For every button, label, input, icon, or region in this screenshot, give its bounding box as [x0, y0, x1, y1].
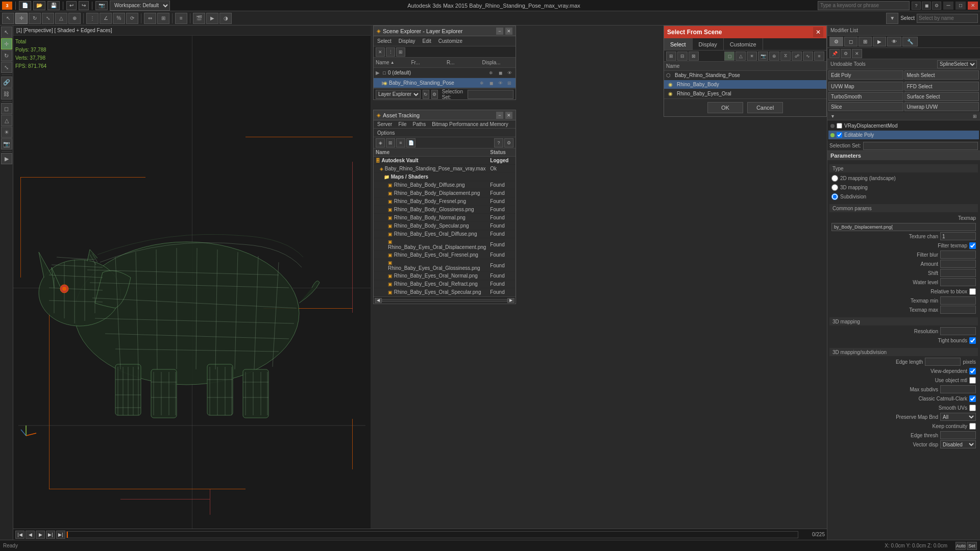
edge-thresh-input[interactable]: 0,05: [941, 433, 980, 438]
asset-row-8[interactable]: ▣ Rhino_Baby_Body_Specular.png Found: [374, 222, 516, 230]
select-input[interactable]: [917, 14, 978, 23]
menu-display[interactable]: Display: [397, 38, 417, 44]
unlink-btn[interactable]: ⛓: [1, 88, 12, 99]
mod-pin-btn[interactable]: 📌: [829, 49, 840, 58]
stack-item-editable-poly[interactable]: Editable Poly: [828, 131, 979, 140]
stack-item-vray[interactable]: VRayDisplacementMod: [828, 121, 979, 131]
type-2d-radio[interactable]: [831, 175, 838, 182]
filter-blur-spinbox[interactable]: 0,001 ▲ ▼: [940, 251, 976, 259]
select-lt-btn[interactable]: ↖: [1, 27, 12, 38]
sfs-bone-filter-btn[interactable]: ☍: [792, 52, 802, 61]
select-filter-btn[interactable]: ▼: [886, 13, 898, 24]
at-btn3[interactable]: ≡: [396, 138, 405, 147]
refresh-btn[interactable]: ↻: [423, 90, 429, 99]
at-btn2[interactable]: ⊞: [386, 138, 395, 147]
camera-ref-btn[interactable]: 📷: [95, 1, 108, 10]
se-expand-btn[interactable]: ⊞: [396, 47, 405, 57]
render-setup-btn[interactable]: 🎬: [193, 13, 205, 24]
filter-blur-input[interactable]: 0,001: [941, 252, 980, 258]
sfs-tab-select[interactable]: Select: [664, 38, 693, 50]
asset-row-6[interactable]: ▣ Rhino_Baby_Body_Glossiness.png Found: [374, 206, 516, 214]
layer-mgr-btn[interactable]: ≡: [175, 13, 187, 24]
sfs-space-filter-btn[interactable]: ⧖: [780, 52, 791, 61]
mod-config-btn[interactable]: ⚙: [841, 49, 851, 58]
sfs-light-filter-btn[interactable]: ☀: [747, 52, 757, 61]
texmap-min-input[interactable]: -30,0: [941, 298, 980, 304]
amount-spinbox[interactable]: 30,0cm ▲ ▼: [940, 260, 976, 268]
classic-cc-checkbox[interactable]: [969, 395, 976, 402]
unwrap-uvw-btn[interactable]: Unwrap UVW: [904, 102, 979, 111]
ref-coord-btn[interactable]: ⊕: [68, 13, 81, 24]
cmd-tab-motion[interactable]: ▶: [873, 37, 886, 46]
asset-row-3[interactable]: ▣ Rhino_Baby_Body_Diffuse.png Found: [374, 181, 516, 189]
move-lt-btn[interactable]: ✛: [1, 38, 12, 49]
hscroll-left[interactable]: ◀: [375, 298, 382, 303]
sfs-cancel-btn[interactable]: Cancel: [747, 102, 783, 113]
render-btn[interactable]: ▶: [206, 13, 218, 24]
texmap-max-input[interactable]: 30,0: [941, 307, 980, 313]
create-geo-btn[interactable]: ◻: [1, 103, 12, 114]
se-filter-btn[interactable]: ⋮: [386, 47, 395, 57]
timeline-track[interactable]: [66, 531, 798, 538]
asset-row-4[interactable]: ▣ Rhino_Baby_Body_Displacement.png Found: [374, 189, 516, 197]
max-subdivs-spinbox[interactable]: 5 ▲ ▼: [940, 385, 976, 393]
texture-chan-input[interactable]: 1: [941, 234, 980, 239]
sfs-geo-filter-btn[interactable]: ◻: [724, 52, 734, 61]
expand-icon-0[interactable]: ▶: [376, 70, 381, 76]
tight-bounds-checkbox[interactable]: [969, 337, 976, 344]
open-btn[interactable]: 📂: [33, 1, 45, 10]
asset-close-btn[interactable]: ✕: [505, 112, 512, 119]
sfs-ok-btn[interactable]: OK: [707, 102, 743, 113]
se-row-1[interactable]: ▶ ◉ Baby_Rhino_Standing_Pose ❄ ◼ 👁 ⊞: [374, 78, 516, 88]
menu-edit[interactable]: Edit: [421, 38, 433, 44]
ffd-select-btn[interactable]: FFD Select: [904, 82, 979, 91]
asset-row-11[interactable]: ▣ Rhino_Baby_Eyes_Oral_Fresnel.png Found: [374, 251, 516, 259]
params-title[interactable]: Parameters: [827, 151, 980, 160]
sfs-close-btn[interactable]: ✕: [813, 27, 823, 37]
se-row-0[interactable]: ▶ □ 0 (default) ❄ ◼ 👁: [374, 68, 516, 78]
poly-visible-checkbox[interactable]: [837, 132, 842, 138]
create-camera-btn[interactable]: 📷: [1, 138, 12, 149]
create-light-btn[interactable]: ☀: [1, 127, 12, 138]
asset-row-maps-folder[interactable]: 📁 Maps / Shaders: [374, 173, 516, 181]
snap-btn[interactable]: ⋮: [86, 13, 99, 24]
undo-btn[interactable]: ↩: [66, 1, 77, 10]
asset-pin-btn[interactable]: −: [496, 112, 503, 119]
vector-disp-select[interactable]: Disabled: [940, 440, 976, 448]
asset-row-12[interactable]: ▣ Rhino_Baby_Eyes_Oral_Glossiness.png Fo…: [374, 259, 516, 272]
asset-hscroll[interactable]: ◀ ▶: [374, 296, 516, 304]
at-btn1[interactable]: ◈: [376, 138, 385, 147]
cmd-tab-modify[interactable]: ⚙: [829, 37, 843, 46]
timeline-goto-end[interactable]: ▶|: [56, 531, 65, 539]
angle-snap-btn[interactable]: ∠: [100, 13, 112, 24]
hscroll-track[interactable]: [382, 299, 507, 302]
sfs-tab-display[interactable]: Display: [693, 38, 724, 50]
status-auto-key[interactable]: Auto: [955, 542, 966, 550]
timeline-goto-start[interactable]: |◀: [15, 531, 24, 539]
max-subdivs-input[interactable]: 5: [941, 387, 980, 392]
sfs-shape-filter-btn[interactable]: △: [736, 52, 746, 61]
sfs-invert-btn[interactable]: ⊠: [689, 52, 699, 61]
uvw-map-btn[interactable]: UVW Map: [828, 82, 903, 91]
link-btn[interactable]: 🔗: [1, 77, 12, 88]
at-settings-btn[interactable]: ⚙: [504, 138, 513, 147]
render-btn-1[interactable]: ◼: [487, 79, 495, 87]
sfs-helper-filter-btn[interactable]: ⊕: [769, 52, 779, 61]
play-anim-btn[interactable]: ▶: [1, 153, 12, 164]
sfs-camera-filter-btn[interactable]: 📷: [758, 52, 768, 61]
preserve-map-bnd-select[interactable]: All: [940, 413, 976, 421]
close-btn[interactable]: ✕: [968, 2, 978, 10]
sfs-tree-row-1[interactable]: ◉ Rhino_Baby_Body: [664, 80, 826, 89]
amount-input[interactable]: 30,0cm: [941, 261, 980, 267]
texture-chan-spinbox[interactable]: 1 ▲ ▼: [940, 232, 976, 240]
asset-row-main-file[interactable]: ◈ Baby_Rhino_Standing_Pose_max_vray.max …: [374, 165, 516, 173]
se-close-tool[interactable]: ✕: [376, 47, 385, 57]
scale-lt-btn[interactable]: ⤡: [1, 62, 12, 73]
params-scroll[interactable]: Parameters Type 2D mapping (landscape) 3…: [827, 151, 980, 540]
extra-btn-1[interactable]: ⊞: [505, 79, 513, 87]
sfs-list-btn[interactable]: ≡: [814, 52, 824, 61]
asset-row-14[interactable]: ▣ Rhino_Baby_Eyes_Oral_Refract.png Found: [374, 280, 516, 288]
mod-close-btn[interactable]: ✕: [852, 49, 862, 58]
texmap-max-spinbox[interactable]: 30,0 ▲ ▼: [940, 306, 976, 314]
rotate-tool-btn[interactable]: ↻: [29, 13, 41, 24]
